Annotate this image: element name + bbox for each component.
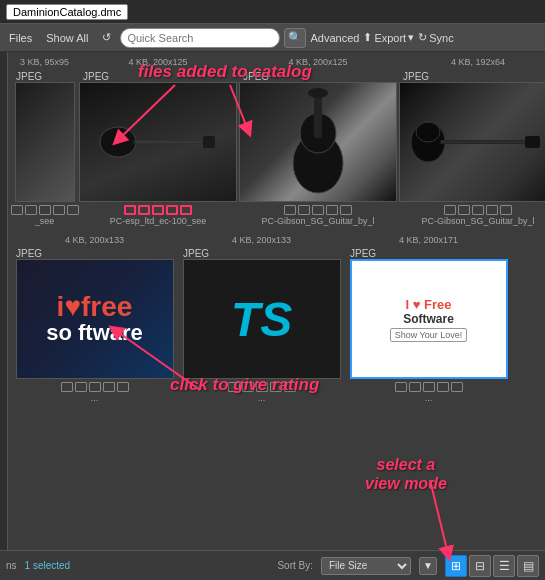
image-type-l3: JPEG	[346, 248, 511, 259]
image-cell-guitar3: 4 KB, 192x64 JPEG	[399, 56, 545, 226]
star-1-l2[interactable]	[228, 382, 240, 392]
star-4-l2[interactable]	[270, 382, 282, 392]
grid-content: 3 KB, 95x95 JPEG _see 4 KB, 200x125 JPEG	[8, 52, 545, 550]
image-type-g3: JPEG	[399, 71, 545, 82]
view-grid-large-btn[interactable]: ⊞	[445, 555, 467, 577]
filename-g3: PC-Gibson_SG_Guitar_by_l	[421, 216, 534, 226]
star-5-l2[interactable]	[284, 382, 296, 392]
star-5-l1[interactable]	[117, 382, 129, 392]
star-5-l3[interactable]	[451, 382, 463, 392]
image-meta-partial: 3 KB, 95x95	[20, 56, 69, 69]
star-3-l1[interactable]	[89, 382, 101, 392]
star-3-g1[interactable]	[152, 205, 164, 215]
thumb-logo2[interactable]: TS	[183, 259, 341, 379]
star-3-g3[interactable]	[472, 205, 484, 215]
thumb-guitar1[interactable]	[79, 82, 237, 202]
rating-guitar1	[124, 205, 192, 215]
image-cell-guitar1: 4 KB, 200x125 JPEG	[79, 56, 237, 226]
sort-select[interactable]: File Size File Name Date Modified Rating	[321, 557, 411, 575]
star-1-g3[interactable]	[444, 205, 456, 215]
star-5-g1[interactable]	[180, 205, 192, 215]
star-3[interactable]	[39, 205, 51, 215]
star-5[interactable]	[67, 205, 79, 215]
refresh-icon[interactable]: ↺	[97, 29, 116, 46]
star-4[interactable]	[53, 205, 65, 215]
count-label: ns	[6, 560, 17, 571]
star-1-g2[interactable]	[284, 205, 296, 215]
view-grid-small-btn[interactable]: ⊟	[469, 555, 491, 577]
rating-partial	[11, 205, 79, 215]
image-meta-l3: 4 KB, 200x171	[399, 234, 458, 247]
star-2[interactable]	[25, 205, 37, 215]
star-3-l3[interactable]	[423, 382, 435, 392]
advanced-btn[interactable]: Advanced	[310, 32, 359, 44]
svg-rect-2	[203, 136, 215, 148]
star-1-g1[interactable]	[124, 205, 136, 215]
thumb-guitar2[interactable]	[239, 82, 397, 202]
star-4-g2[interactable]	[326, 205, 338, 215]
star-3-g2[interactable]	[312, 205, 324, 215]
search-button[interactable]: 🔍	[284, 28, 306, 48]
star-2-l2[interactable]	[242, 382, 254, 392]
star-4-g1[interactable]	[166, 205, 178, 215]
files-menu[interactable]: Files	[4, 30, 37, 46]
filename-l2: ...	[258, 393, 266, 403]
image-meta-g1: 4 KB, 200x125	[128, 56, 187, 69]
rating-guitar2	[284, 205, 352, 215]
star-2-l1[interactable]	[75, 382, 87, 392]
image-cell-logo3: 4 KB, 200x171 JPEG I ♥ Free Software Sho…	[346, 234, 511, 404]
grid-row-1: 3 KB, 95x95 JPEG _see 4 KB, 200x125 JPEG	[12, 56, 541, 226]
star-3-l2[interactable]	[256, 382, 268, 392]
image-type-partial: JPEG	[12, 71, 77, 82]
star-2-l3[interactable]	[409, 382, 421, 392]
star-5-g3[interactable]	[500, 205, 512, 215]
rating-logo2	[228, 382, 296, 392]
star-5-g2[interactable]	[340, 205, 352, 215]
filename-g1: PC-esp_ltd_ec-100_see	[110, 216, 207, 226]
ts-logo-img: TS	[184, 260, 340, 378]
svg-point-0	[100, 127, 136, 157]
sync-label: Sync	[429, 32, 453, 44]
star-2-g2[interactable]	[298, 205, 310, 215]
image-type-l1: JPEG	[12, 248, 177, 259]
ilove-freesoftware-img: I ♥ Free Software Show Your Love!	[352, 261, 506, 377]
thumb-partial[interactable]	[15, 82, 75, 202]
left-sidebar	[0, 52, 8, 550]
selected-label: 1 selected	[25, 560, 71, 571]
view-list-btn[interactable]: ☰	[493, 555, 515, 577]
sort-by-label: Sort By:	[277, 560, 313, 571]
rating-logo1	[61, 382, 129, 392]
image-cell-partial: 3 KB, 95x95 JPEG _see	[12, 56, 77, 226]
star-4-g3[interactable]	[486, 205, 498, 215]
star-1[interactable]	[11, 205, 23, 215]
star-1-l3[interactable]	[395, 382, 407, 392]
sync-btn[interactable]: ↻ Sync	[418, 31, 453, 44]
image-type-g1: JPEG	[79, 71, 237, 82]
showall-btn[interactable]: Show All	[41, 30, 93, 46]
thumb-guitar3[interactable]	[399, 82, 545, 202]
star-2-g1[interactable]	[138, 205, 150, 215]
export-btn[interactable]: ⬆ Export ▾	[363, 31, 414, 44]
main-area: 3 KB, 95x95 JPEG _see 4 KB, 200x125 JPEG	[0, 52, 545, 550]
view-detail-btn[interactable]: ▤	[517, 555, 539, 577]
export-dropdown-icon: ▾	[408, 31, 414, 44]
view-mode-buttons: ⊞ ⊟ ☰ ▤	[445, 555, 539, 577]
magnifier-icon: 🔍	[288, 31, 302, 44]
search-box	[120, 28, 280, 48]
filename-l3: ...	[425, 393, 433, 403]
catalog-filename: DaminionCatalog.dmc	[6, 4, 128, 20]
filename-partial: _see	[35, 216, 55, 226]
svg-rect-13	[525, 136, 540, 148]
image-type-l2: JPEG	[179, 248, 344, 259]
star-4-l1[interactable]	[103, 382, 115, 392]
filename-g2: PC-Gibson_SG_Guitar_by_l	[261, 216, 374, 226]
sort-direction-btn[interactable]: ▼	[419, 557, 437, 575]
thumb-logo3[interactable]: I ♥ Free Software Show Your Love!	[350, 259, 508, 379]
star-1-l1[interactable]	[61, 382, 73, 392]
star-4-l3[interactable]	[437, 382, 449, 392]
search-input[interactable]	[127, 32, 273, 44]
logo-freesoftware-img: i♥free so ftware	[17, 260, 173, 378]
thumb-logo1[interactable]: i♥free so ftware	[16, 259, 174, 379]
image-cell-guitar2: 4 KB, 200x125 JPEG	[239, 56, 397, 226]
star-2-g3[interactable]	[458, 205, 470, 215]
